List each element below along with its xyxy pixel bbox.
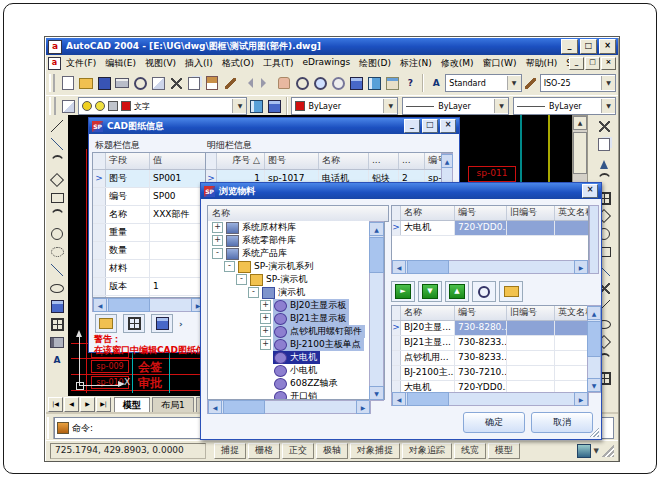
- tree-item[interactable]: 开口销: [208, 390, 384, 400]
- new-icon[interactable]: [59, 74, 77, 92]
- dim-style-icon[interactable]: [522, 74, 540, 92]
- value-cell[interactable]: SP001: [150, 170, 206, 187]
- tree-item[interactable]: - SP-演示机: [208, 273, 384, 286]
- table-row[interactable]: > BJ20主显... 730-8280...: [392, 321, 588, 336]
- field-cell[interactable]: 重量: [106, 224, 150, 241]
- scroll-down-icon[interactable]: ▼: [587, 378, 601, 392]
- column-header[interactable]: 名称: [319, 153, 369, 169]
- drawing-document-icon[interactable]: a: [48, 57, 61, 70]
- scrollbar-thumb[interactable]: [407, 260, 449, 274]
- layer-freeze-sun-icon[interactable]: [95, 101, 105, 111]
- tree-item-label[interactable]: SP-演示机系列: [254, 260, 313, 273]
- tree-item-label[interactable]: BJ-2100主板单点: [290, 338, 361, 351]
- column-header[interactable]: 英文名称: [555, 306, 589, 320]
- zoom-previous-icon[interactable]: [329, 74, 347, 92]
- child-restore-button[interactable]: □: [585, 57, 600, 70]
- download-icon[interactable]: ▼: [418, 281, 442, 302]
- render-camera-icon[interactable]: [48, 333, 66, 351]
- linetype-combo[interactable]: ByLayer ▼: [402, 97, 509, 115]
- edit-record-icon[interactable]: [95, 314, 117, 333]
- search-icon[interactable]: [472, 281, 496, 302]
- table-row[interactable]: 材料: [93, 260, 205, 278]
- tree-item-label[interactable]: 演示机: [278, 286, 305, 299]
- table-row[interactable]: 名称 XXX部件: [93, 206, 205, 224]
- spline-icon[interactable]: [48, 261, 66, 279]
- construction-line-icon[interactable]: [48, 135, 66, 153]
- column-header[interactable]: 旧编号: [507, 306, 555, 320]
- child-minimize-button[interactable]: _: [569, 57, 584, 70]
- selected-material-hscrollbar[interactable]: ◀ ▶: [391, 260, 589, 274]
- make-layer-current-icon[interactable]: [247, 97, 265, 115]
- menu-item[interactable]: 帮助(H): [526, 57, 558, 70]
- tree-item[interactable]: - SP-演示机系列: [208, 260, 384, 273]
- table-row[interactable]: 编号 SP00: [93, 188, 205, 206]
- status-toggle-button[interactable]: 对象追踪: [402, 443, 452, 459]
- layer-combo[interactable]: 文字 ▼: [78, 97, 248, 115]
- chevron-down-icon[interactable]: ▼: [601, 76, 615, 90]
- field-cell[interactable]: 数量: [106, 242, 150, 259]
- tree-header[interactable]: 名称: [207, 205, 389, 222]
- material-list-hscrollbar[interactable]: ◀ ▶: [391, 392, 589, 406]
- menu-item[interactable]: eDrawings: [302, 57, 350, 70]
- undo-icon[interactable]: [239, 74, 257, 92]
- rectangle-icon[interactable]: [48, 189, 66, 207]
- tab-last-button[interactable]: ▶|: [96, 397, 111, 412]
- tree-item-label[interactable]: BJ20主显示板: [290, 299, 346, 312]
- mirror-icon[interactable]: [595, 153, 613, 171]
- tree-item-label[interactable]: 608ZZ轴承: [290, 377, 338, 390]
- tree-expander-icon[interactable]: +: [260, 300, 271, 311]
- match-properties-icon[interactable]: [221, 74, 239, 92]
- cad-info-dialog-titlebar[interactable]: SP CAD图纸信息 _ □ ×: [89, 118, 459, 134]
- scroll-up-icon[interactable]: ▲: [573, 116, 587, 130]
- chevron-down-icon[interactable]: ▼: [232, 99, 246, 113]
- status-toggle-button[interactable]: 极轴: [316, 443, 348, 459]
- scroll-left-icon[interactable]: ◀: [392, 260, 406, 274]
- cut-icon[interactable]: [167, 74, 185, 92]
- status-tray-icon[interactable]: [577, 444, 591, 458]
- add-record-icon[interactable]: [151, 314, 173, 333]
- column-header[interactable]: 英文名称: [555, 206, 589, 220]
- mtext-icon[interactable]: A: [48, 351, 66, 369]
- chevron-down-icon[interactable]: ▼: [494, 99, 508, 113]
- tree-item-label[interactable]: 开口销: [290, 390, 317, 400]
- table-row[interactable]: BJ21主显... 730-8233...: [392, 336, 588, 351]
- text-style-combo[interactable]: Standard ▼: [445, 74, 521, 92]
- resize-grip[interactable]: [602, 445, 614, 457]
- tree-expander-icon[interactable]: +: [212, 235, 223, 246]
- column-header[interactable]: ...: [399, 153, 425, 169]
- lineweight-combo[interactable]: ByLayer ▼: [513, 97, 616, 115]
- tree-expander-icon[interactable]: +: [260, 339, 271, 350]
- scroll-left-icon[interactable]: ◀: [93, 298, 107, 312]
- field-cell[interactable]: 版本: [106, 278, 150, 295]
- open-folder-icon[interactable]: [499, 281, 523, 302]
- overflow-more-icon[interactable]: ›: [179, 319, 183, 329]
- column-header[interactable]: 图号: [265, 153, 319, 169]
- tree-item-label[interactable]: 小电机: [290, 364, 317, 377]
- scroll-up-icon[interactable]: ▲: [587, 306, 601, 320]
- dialog-maximize-button[interactable]: □: [422, 119, 438, 133]
- hatch-icon[interactable]: [48, 315, 66, 333]
- arc-icon[interactable]: [48, 207, 66, 225]
- print-preview-icon[interactable]: [131, 74, 149, 92]
- tree-item[interactable]: 小电机: [208, 364, 384, 377]
- tab-first-button[interactable]: |◀: [48, 397, 63, 412]
- menu-item[interactable]: 视图(V): [145, 57, 176, 70]
- open-icon[interactable]: [77, 74, 95, 92]
- tree-item[interactable]: + 系统零部件库: [208, 234, 384, 247]
- polyline-icon[interactable]: [48, 153, 66, 171]
- help-icon[interactable]: ?: [401, 74, 419, 92]
- menu-item[interactable]: 窗口(W): [483, 57, 517, 70]
- menu-item[interactable]: 工具(T): [263, 57, 294, 70]
- status-toggle-button[interactable]: 对象捕捉: [350, 443, 400, 459]
- column-header[interactable]: 序号 △: [217, 153, 265, 169]
- tree-item-label[interactable]: BJ21主显示板: [290, 312, 346, 325]
- tree-expander-icon[interactable]: -: [212, 248, 223, 259]
- scrollbar-thumb[interactable]: [587, 321, 601, 357]
- table-row[interactable]: > 图号 SP001: [93, 170, 205, 188]
- tree-expander-icon[interactable]: +: [260, 313, 271, 324]
- field-cell[interactable]: 名称: [106, 206, 150, 223]
- titleblock-grid-hscrollbar[interactable]: ◀ ▶: [92, 298, 206, 312]
- copy-object-icon[interactable]: [595, 135, 613, 153]
- paste-icon[interactable]: [203, 74, 221, 92]
- color-combo[interactable]: ByLayer ▼: [291, 97, 398, 115]
